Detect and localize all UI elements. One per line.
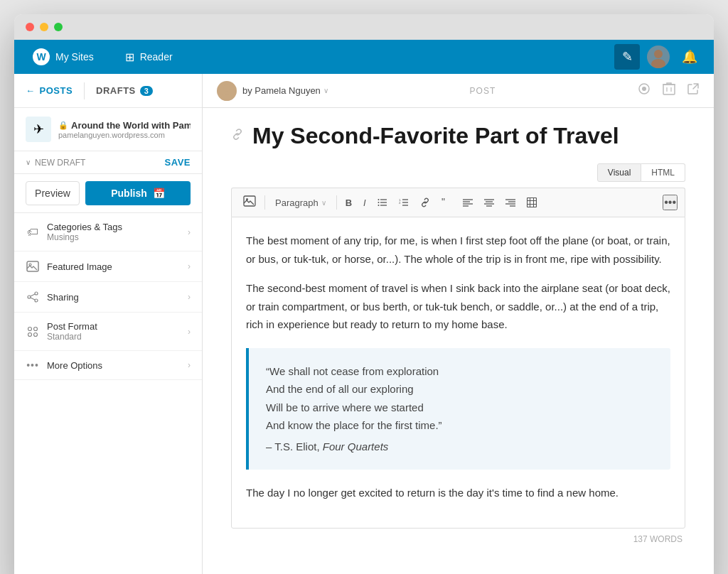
header-actions [637, 82, 700, 99]
table-button[interactable] [523, 195, 541, 210]
link-button[interactable] [416, 195, 434, 210]
header-divider [84, 82, 85, 99]
lock-icon: 🔒 [58, 121, 68, 130]
section-left: Post Format Standard [26, 321, 97, 342]
site-icon: ✈ [26, 117, 51, 142]
notifications-button[interactable]: 🔔 [677, 44, 702, 70]
blockquote-attribution: – T.S. Eliot, Four Quartets [266, 438, 653, 456]
nav-reader[interactable]: ⊞ Reader [118, 46, 180, 68]
svg-point-10 [34, 327, 38, 330]
site-details: 🔒 Around the World with Pam pamelanguyen… [58, 120, 191, 139]
section-left: Featured Image [26, 260, 112, 273]
section-left: ••• More Options [26, 359, 102, 371]
section-text: Categories & Tags Musings [47, 222, 122, 242]
svg-point-6 [35, 299, 38, 302]
more-toolbar-button[interactable]: ••• [663, 195, 678, 210]
content-header: by Pamela Nguyen ∨ POST [203, 74, 714, 108]
wordpress-logo: W [33, 48, 50, 65]
align-left-button[interactable] [459, 195, 477, 210]
author-avatar [217, 81, 237, 101]
blockquote-line-1: “We shall not cease from exploration And… [266, 362, 653, 435]
editor-toolbar: Paragraph ∨ B I 1.2. [231, 188, 685, 217]
my-sites-label: My Sites [55, 51, 94, 63]
compose-button[interactable]: ✎ [614, 44, 640, 70]
svg-point-5 [28, 296, 31, 298]
drafts-button[interactable]: DRAFTS 3 [96, 85, 153, 96]
external-link-icon[interactable] [687, 82, 700, 99]
preview-button[interactable]: Preview [26, 181, 80, 205]
paragraph-selector[interactable]: Paragraph ∨ [269, 195, 332, 211]
sidebar-section-sharing[interactable]: Sharing › [14, 282, 202, 313]
minimize-button[interactable] [40, 23, 48, 31]
author-chevron-icon: ∨ [323, 87, 328, 94]
chevron-icon: › [188, 227, 191, 237]
svg-rect-17 [663, 85, 675, 94]
sidebar: ← POSTS DRAFTS 3 ✈ 🔒 Around the World wi… [14, 74, 203, 574]
svg-point-28 [378, 205, 379, 206]
post-title[interactable]: My Second-Favorite Part of Travel [252, 122, 619, 149]
svg-point-16 [642, 87, 646, 91]
post-type-label: POST [328, 86, 637, 96]
svg-text:": " [441, 197, 445, 207]
avatar-button[interactable] [646, 44, 671, 70]
new-draft-label: ∨ NEW DRAFT [26, 158, 85, 168]
paragraph-1: The best moment of any trip, for me, is … [246, 232, 670, 268]
tab-html[interactable]: HTML [641, 163, 685, 182]
section-left: Sharing [26, 291, 79, 303]
nav-my-sites[interactable]: W My Sites [26, 44, 101, 70]
posts-link[interactable]: ← POSTS [26, 85, 73, 96]
drafts-label: DRAFTS [96, 85, 136, 96]
sidebar-section-featured-image[interactable]: Featured Image › [14, 251, 202, 282]
publish-button[interactable]: Publish 📅 [85, 181, 191, 205]
section-title: Featured Image [47, 261, 112, 272]
close-button[interactable] [26, 23, 34, 31]
share-icon [26, 291, 40, 303]
site-url: pamelanguyen.wordpress.com [58, 131, 191, 139]
sidebar-section-post-format[interactable]: Post Format Standard › [14, 313, 202, 351]
section-subtitle: Musings [47, 232, 122, 242]
sidebar-section-more-options[interactable]: ••• More Options › [14, 351, 202, 380]
svg-point-27 [378, 202, 379, 203]
paragraph-2: The second-best moment of travel is when… [246, 279, 670, 334]
publish-label: Publish [111, 188, 147, 199]
trash-icon[interactable] [663, 82, 675, 99]
site-info: ✈ 🔒 Around the World with Pam pamelanguy… [14, 108, 202, 151]
editor-tabs: Visual HTML [231, 163, 685, 182]
italic-button[interactable]: I [359, 195, 370, 211]
drafts-badge: 3 [140, 86, 154, 96]
sidebar-section-categories[interactable]: 🏷 Categories & Tags Musings › [14, 213, 202, 251]
ordered-list-button[interactable]: 1.2. [395, 195, 413, 210]
app-window: W My Sites ⊞ Reader ✎ 🔔 [14, 14, 714, 574]
save-button[interactable]: SAVE [165, 157, 191, 168]
svg-line-8 [31, 298, 35, 300]
svg-point-13 [223, 85, 230, 92]
bold-button[interactable]: B [341, 195, 356, 211]
bell-icon: 🔔 [682, 49, 697, 65]
content-area: by Pamela Nguyen ∨ POST [203, 74, 714, 574]
site-name: 🔒 Around the World with Pam [58, 120, 191, 131]
toolbar-separator [264, 195, 265, 210]
unordered-list-button[interactable] [373, 195, 392, 210]
svg-text:2.: 2. [399, 201, 401, 205]
section-title: Sharing [47, 292, 79, 303]
new-draft-bar: ∨ NEW DRAFT SAVE [14, 151, 202, 174]
svg-point-3 [29, 264, 31, 266]
editor-body[interactable]: The best moment of any trip, for me, is … [231, 217, 685, 529]
svg-point-14 [220, 94, 233, 101]
sidebar-header: ← POSTS DRAFTS 3 [14, 74, 202, 108]
section-text: Sharing [47, 292, 79, 303]
closing-paragraph: The day I no longer get excited to retur… [246, 484, 670, 502]
main-area: ← POSTS DRAFTS 3 ✈ 🔒 Around the World wi… [14, 74, 714, 574]
tab-visual[interactable]: Visual [597, 163, 641, 182]
insert-image-button[interactable] [239, 193, 260, 212]
preview-icon[interactable] [637, 82, 651, 99]
author-area: by Pamela Nguyen ∨ [217, 81, 328, 101]
blockquote-button[interactable]: " [437, 195, 456, 210]
maximize-button[interactable] [54, 23, 63, 31]
align-center-button[interactable] [480, 195, 498, 210]
align-right-button[interactable] [501, 195, 520, 210]
format-icon [26, 325, 40, 338]
reader-label: Reader [140, 51, 173, 63]
section-left: 🏷 Categories & Tags Musings [26, 222, 122, 242]
svg-point-4 [35, 292, 38, 295]
